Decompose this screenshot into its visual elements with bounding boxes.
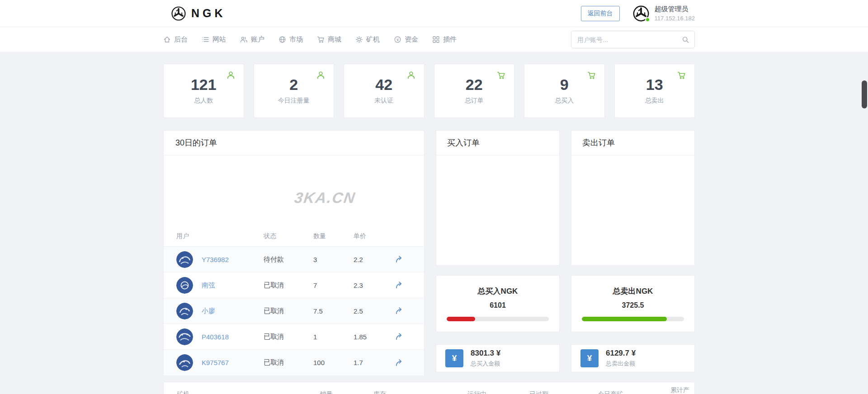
col-price: 单价: [354, 232, 395, 240]
col-today-output: 今日产矿: [598, 390, 670, 394]
nav-item-market[interactable]: 市场: [278, 35, 303, 44]
miner-table-header: 矿机 销量 库存 运行中 已过期 今日产矿 累计产矿: [164, 384, 694, 394]
stat-card-total-users[interactable]: 121 总人数: [163, 64, 244, 118]
nav-label: 市场: [289, 35, 303, 44]
user-link[interactable]: P403618: [202, 333, 229, 341]
total-buy-ngk-card: 总买入NGK 6101: [436, 275, 560, 332]
miner-table-panel: 矿机 销量 库存 运行中 已过期 今日产矿 累计产矿: [163, 382, 695, 394]
orders-table: 用户 状态 数量 单价 Y736982 待付款 3 2.2: [164, 226, 424, 375]
yen-icon: ¥: [580, 349, 599, 367]
watermark: 3KA.CN: [293, 189, 357, 206]
nav-label: 矿机: [366, 35, 380, 44]
stat-label: 总人数: [194, 97, 213, 105]
home-icon: [163, 36, 171, 43]
orders-30d-panel: 30日的订单 3KA.CN 用户 状态 数量 单价 Y736982 待付款: [163, 130, 425, 375]
stat-card-total-orders[interactable]: 22 总订单: [434, 64, 515, 118]
stat-label: 未认证: [374, 97, 393, 105]
stat-label: 总卖出: [645, 97, 664, 105]
user-link[interactable]: 小廖: [202, 307, 215, 315]
nav-item-funds[interactable]: ¥ 资金: [394, 35, 418, 44]
nav-label: 资金: [405, 35, 418, 44]
yen-icon: ¥: [445, 349, 463, 367]
stat-card-unverified[interactable]: 42 未认证: [344, 64, 425, 118]
order-detail-button[interactable]: [395, 255, 424, 263]
cart-icon: [497, 71, 505, 80]
redo-arrow-icon: [395, 359, 403, 367]
col-status: 状态: [264, 232, 313, 240]
card-value: 3725.5: [622, 301, 644, 310]
panel-title: 买入订单: [436, 131, 559, 155]
avatar: [176, 328, 193, 345]
nav-item-plugins[interactable]: 插件: [432, 35, 457, 44]
redo-arrow-icon: [395, 255, 403, 263]
back-to-front-button[interactable]: 返回前台: [581, 6, 620, 21]
progress-bar: [582, 317, 684, 321]
order-qty: 3: [313, 256, 354, 263]
col-expired: 已过期: [529, 390, 598, 394]
stat-card-total-buys[interactable]: 9 总买入: [524, 64, 605, 118]
buy-orders-panel: 买入订单: [436, 130, 560, 266]
order-detail-button[interactable]: [395, 307, 424, 315]
stat-label: 总订单: [465, 97, 484, 105]
nav-item-website[interactable]: 网站: [202, 35, 226, 44]
online-status-dot: [645, 17, 650, 22]
col-running: 运行中: [467, 390, 529, 394]
stat-value: 9: [560, 77, 569, 93]
table-row: K975767 已取消 100 1.7: [164, 350, 424, 375]
cart-icon: [587, 71, 596, 80]
main-nav: 后台 网站 账户 市场 商城 矿机 ¥ 资金 插件: [0, 27, 868, 52]
col-sales: 销量: [320, 390, 373, 394]
user-link[interactable]: Y736982: [202, 256, 229, 263]
avatar: [176, 277, 193, 294]
order-detail-button[interactable]: [395, 281, 424, 289]
user-link[interactable]: 南弦: [202, 281, 215, 290]
card-title: 总买入NGK: [478, 286, 518, 296]
user-ip: 117.152.16.182: [655, 15, 695, 22]
user-icon: [226, 71, 235, 80]
brand-logo[interactable]: NGK: [163, 6, 226, 21]
order-qty: 7: [313, 281, 354, 289]
scrollbar-thumb[interactable]: [862, 80, 867, 108]
stat-card-today-registered[interactable]: 2 今日注册量: [254, 64, 335, 118]
nav-item-backend[interactable]: 后台: [163, 35, 188, 44]
grid-icon: [432, 36, 440, 43]
list-icon: [202, 36, 209, 43]
order-qty: 7.5: [313, 307, 354, 315]
order-qty: 1: [313, 333, 354, 341]
card-value: 6101: [490, 301, 506, 310]
nav-label: 后台: [174, 35, 188, 44]
order-price: 2.2: [354, 256, 395, 263]
col-user: 用户: [176, 232, 264, 240]
table-row: P403618 已取消 1 1.85: [164, 324, 424, 350]
stat-value: 22: [466, 77, 483, 93]
ngk-logo-icon: [171, 6, 186, 21]
orders-chart-area: 3KA.CN: [164, 155, 424, 226]
redo-arrow-icon: [395, 307, 403, 315]
redo-arrow-icon: [395, 333, 403, 341]
nav-item-miners[interactable]: 矿机: [355, 35, 380, 44]
order-price: 1.85: [354, 333, 395, 341]
stat-value: 13: [646, 77, 663, 93]
stat-card-total-sells[interactable]: 13 总卖出: [614, 64, 695, 118]
user-menu[interactable]: 超级管理员 117.152.16.182: [632, 5, 695, 22]
users-icon: [240, 36, 248, 43]
order-price: 2.3: [354, 281, 395, 289]
search-input[interactable]: [571, 31, 695, 48]
nav-item-accounts[interactable]: 账户: [240, 35, 264, 44]
nav-label: 商城: [328, 35, 341, 44]
order-status: 已取消: [264, 358, 313, 367]
col-total-output: 累计产矿: [670, 386, 694, 394]
user-link[interactable]: K975767: [202, 359, 229, 366]
order-status: 已取消: [264, 333, 313, 341]
search-icon[interactable]: [682, 36, 689, 43]
order-detail-button[interactable]: [395, 359, 424, 367]
user-name: 超级管理员: [655, 5, 695, 14]
nav-label: 账户: [251, 35, 264, 44]
order-qty: 100: [313, 359, 354, 366]
order-detail-button[interactable]: [395, 333, 424, 341]
card-title: 总卖出NGK: [613, 286, 653, 296]
nav-item-mall[interactable]: 商城: [317, 35, 341, 44]
order-status: 待付款: [264, 255, 313, 264]
search-box: [571, 31, 695, 48]
redo-arrow-icon: [395, 281, 403, 289]
